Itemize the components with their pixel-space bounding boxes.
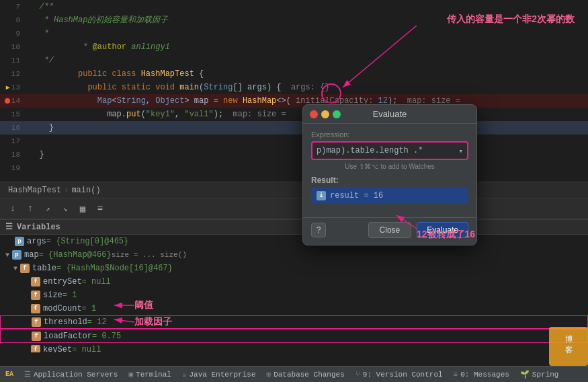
watermark: 博 客	[549, 327, 588, 366]
var-row-modcount[interactable]: f modCount = 1	[0, 302, 588, 315]
terminal-label: Terminal	[136, 371, 171, 379]
toolbar-btn-3[interactable]: ↗	[40, 201, 55, 216]
close-dot[interactable]	[310, 110, 318, 118]
var-icon-loadfactor: f	[32, 332, 41, 341]
var-icon-args: p	[15, 237, 24, 246]
line-content-8: * HashMap的初始容量和加载因子	[26, 13, 168, 27]
line-content-16: }	[26, 121, 54, 135]
var-icon-modcount: f	[31, 304, 40, 313]
var-row-threshold[interactable]: f threshold = 12	[0, 315, 588, 329]
close-button[interactable]: Close	[368, 222, 412, 238]
var-icon-size: f	[31, 291, 40, 300]
code-line-7: 7 /**	[0, 0, 588, 13]
result-icon: i	[317, 191, 326, 200]
var-row-map[interactable]: ▼ p map = {HashMap@466} size = ... size(…	[0, 248, 588, 262]
dialog-buttons: Close Evaluate	[368, 222, 468, 238]
variables-header: ☰ Variables	[0, 220, 588, 235]
dialog-dots	[310, 110, 341, 118]
status-app-servers[interactable]: ☰ Application Servers	[24, 370, 118, 379]
dialog-body: Expression: p)map).table.length .* ▾ Use…	[303, 124, 476, 217]
svg-text:客: 客	[565, 346, 573, 354]
dialog-titlebar: Evaluate	[303, 105, 476, 124]
line-num-15: 15	[0, 110, 26, 118]
spring-icon: 🌱	[520, 370, 530, 379]
line-num-13: ▶13	[0, 83, 26, 91]
line-num-16: 16	[0, 124, 26, 132]
toolbar-btn-1[interactable]: ↓	[5, 201, 20, 216]
status-terminal[interactable]: ▣ Terminal	[128, 370, 171, 379]
spring-label: Spring	[532, 371, 559, 379]
var-icon-threshold: f	[32, 317, 41, 327]
evaluate-button[interactable]: Evaluate	[417, 222, 468, 238]
line-num-18: 18	[0, 151, 26, 159]
var-row-args[interactable]: p args = {String[0]@465}	[0, 235, 588, 248]
app-servers-icon: ☰	[24, 370, 31, 379]
var-icon-entryset: f	[31, 277, 40, 286]
dialog-title: Evaluate	[373, 109, 407, 119]
breadcrumb-class: HashMapTest	[8, 186, 61, 195]
line-content-15: map.put("key1", "val1"); map: size =	[26, 94, 286, 135]
code-line-10: 10 * @author anlingyi	[0, 40, 588, 54]
java-icon: ☕	[182, 370, 187, 379]
expression-label: Expression:	[311, 130, 468, 139]
line-num-7: 7	[0, 3, 26, 11]
result-label: Result:	[311, 176, 468, 185]
expression-text: p)map).table.length .*	[317, 146, 423, 155]
status-ea[interactable]: EA	[5, 371, 13, 378]
status-java-enterprise[interactable]: ☕ Java Enterprise	[182, 370, 256, 379]
status-spring[interactable]: 🌱 Spring	[520, 370, 559, 379]
var-row-keyset[interactable]: f keySet = null	[0, 343, 588, 352]
toolbar-btn-2[interactable]: ↑	[23, 201, 38, 216]
line-num-19: 19	[0, 164, 26, 172]
expression-input[interactable]: p)map).table.length .* ▾	[311, 141, 468, 160]
watches-hint: Use ⇧⌘⌥ to add to Watches	[311, 163, 468, 170]
app-servers-label: Application Servers	[34, 371, 118, 379]
messages-label: 0: Messages	[460, 371, 509, 379]
code-line-19: 19	[0, 161, 588, 175]
help-button[interactable]: ?	[311, 223, 326, 237]
line-num-8: 8	[0, 16, 26, 24]
dropdown-arrow[interactable]: ▾	[458, 147, 463, 155]
ea-icon: EA	[5, 371, 13, 378]
vcs-label: 9: Version Control	[363, 371, 443, 379]
var-icon-table: f	[20, 264, 30, 273]
result-text: result = 16	[330, 191, 383, 200]
vcs-icon: ⑂	[355, 371, 360, 379]
messages-icon: ≡	[454, 371, 458, 379]
line-num-10: 10	[0, 43, 26, 51]
dialog-footer: ? Close Evaluate	[303, 217, 476, 245]
variables-panel: ☰ Variables p args = {String[0]@465} ▼ p…	[0, 219, 588, 352]
toolbar-btn-5[interactable]: ▦	[75, 201, 90, 216]
variables-title: Variables	[17, 223, 60, 232]
maximize-dot[interactable]	[333, 110, 341, 118]
evaluate-dialog[interactable]: Evaluate Expression: p)map).table.length…	[302, 104, 477, 245]
status-bar: EA ☰ Application Servers ▣ Terminal ☕ Ja…	[0, 366, 588, 382]
status-database[interactable]: ⊞ Database Changes	[267, 370, 345, 379]
line-num-12: 12	[0, 70, 26, 78]
status-vcs[interactable]: ⑂ 9: Version Control	[355, 371, 443, 379]
result-box: i result = 16	[311, 188, 468, 204]
breadcrumb-bar: HashMapTest › main()	[0, 182, 588, 198]
breadcrumb-method: main()	[71, 186, 100, 195]
debug-toolbar: ↓ ↑ ↗ ↘ ▦ ≡	[0, 198, 588, 219]
svg-text:博: 博	[565, 335, 573, 343]
code-line-18: 18 }	[0, 148, 588, 161]
code-line-8: 8 * HashMap的初始容量和加载因子	[0, 13, 588, 27]
line-num-9: 9	[0, 30, 26, 38]
var-row-table[interactable]: ▼ f table = {HashMap$Node[16]@467}	[0, 262, 588, 275]
toolbar-btn-4[interactable]: ↘	[58, 201, 73, 216]
minimize-dot[interactable]	[321, 110, 329, 118]
line-num-11: 11	[0, 56, 26, 65]
terminal-icon: ▣	[128, 370, 133, 379]
line-num-14: 14	[0, 97, 26, 105]
toolbar-btn-6[interactable]: ≡	[93, 201, 108, 216]
java-label: Java Enterprise	[190, 371, 256, 379]
var-row-size[interactable]: f size = 1	[0, 289, 588, 302]
status-messages[interactable]: ≡ 0: Messages	[454, 371, 509, 379]
code-editor[interactable]: 7 /** 8 * HashMap的初始容量和加载因子 9 * 10 * @au…	[0, 0, 588, 182]
var-row-entryset[interactable]: f entrySet = null	[0, 275, 588, 289]
line-content-18: }	[26, 148, 44, 161]
main-container: 7 /** 8 * HashMap的初始容量和加载因子 9 * 10 * @au…	[0, 0, 588, 382]
var-row-loadfactor[interactable]: f loadFactor = 0.75	[0, 330, 588, 343]
line-content-7: /**	[26, 0, 54, 13]
